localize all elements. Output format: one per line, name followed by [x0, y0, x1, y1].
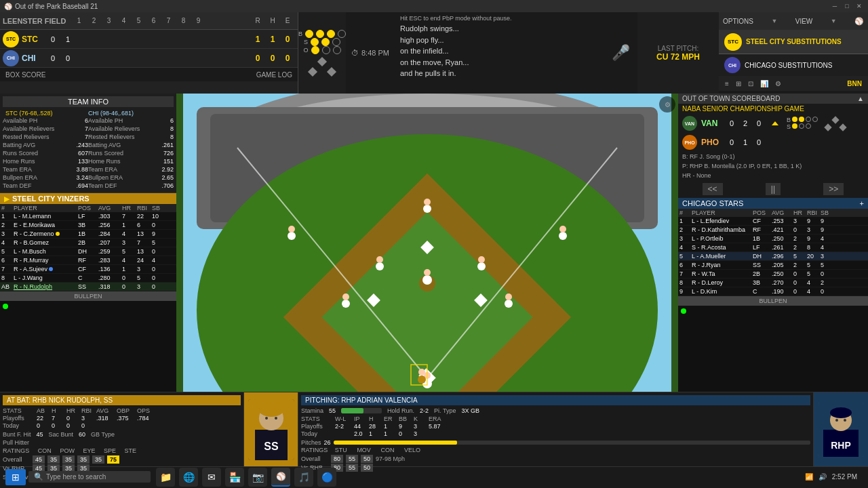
- team-info-records: STC (76-68,.528) CHI (98-46,.681): [3, 110, 174, 117]
- strike2: [321, 38, 330, 46]
- stc-row-7[interactable]: 7R - A.SujeevCF.136130: [0, 265, 176, 274]
- minimize-btn[interactable]: ─: [830, 1, 840, 11]
- taskbar-store[interactable]: 🏪: [225, 468, 244, 487]
- tool-chart[interactable]: 📊: [758, 79, 770, 88]
- steel-city-sub[interactable]: STC STEEL CITY SUBSTITUTIONS: [719, 30, 868, 54]
- chicago-sub[interactable]: CHI CHICAGO SUBSTITUTIONS: [719, 54, 868, 76]
- stc-row-5[interactable]: 5L - M.BuschDH.2595130: [0, 247, 176, 256]
- taskbar-time: 2:52 PM: [832, 473, 857, 481]
- oot-pause-btn[interactable]: ||: [766, 183, 781, 195]
- stc-row-1[interactable]: 1L - M.LemannLF.30372210: [0, 212, 176, 221]
- options-btn[interactable]: OPTIONS: [723, 18, 753, 25]
- stc-row-ab[interactable]: ABR - N.RudolphSS.318030: [0, 283, 176, 291]
- chi-row-6[interactable]: 6R - J.RyanSS.205255: [678, 261, 868, 270]
- title-bar-left: ⚾ Out of the Park Baseball 21: [4, 3, 98, 10]
- last-pitch-label: LAST PITCH:: [658, 45, 698, 52]
- batter-portrait-section: SS: [244, 392, 298, 466]
- stc-row-2[interactable]: 2E - E.Morikawa3B.256160: [0, 221, 176, 230]
- taskbar-mail[interactable]: ✉: [202, 468, 221, 487]
- bnn-btn[interactable]: BNN: [845, 79, 864, 88]
- stc-row-6[interactable]: 6R - R.MurrayRF.2834244: [0, 256, 176, 265]
- taskbar-network: 📶: [805, 473, 813, 481]
- oot-prev-btn[interactable]: <<: [703, 183, 723, 195]
- chi-row-3[interactable]: 3L - P.Ortleib1B.250294: [678, 235, 868, 243]
- stamina-bar-container: [341, 408, 382, 413]
- pitcher-portrait-svg: RHP: [818, 403, 864, 457]
- pi-type-val: 3X GB: [461, 407, 479, 414]
- stc-roster-headers: # PLAYER POS AVG HR RBI SB: [0, 204, 176, 212]
- taskbar-explorer[interactable]: 📁: [156, 468, 175, 487]
- zermeno-dot: [56, 232, 60, 236]
- strike3: [332, 38, 340, 46]
- svg-point-49: [844, 419, 846, 422]
- svg-point-34: [418, 375, 426, 384]
- chi-row-4[interactable]: 4S - R.AcostaLF.261284: [678, 243, 868, 252]
- stc-logo-text: STC: [6, 37, 16, 41]
- esc-hint: Hit ESC to end PbP mode without pause.: [400, 15, 598, 22]
- pitcher-portrait-section: RHP: [814, 392, 868, 466]
- team-info-box: TEAM INFO STC (76-68,.528) CHI (98-46,.6…: [0, 94, 176, 193]
- title-controls[interactable]: ─ □ ✕: [830, 1, 864, 11]
- taskbar: ⊞ 🔍 Type here to search 📁 🌐 ✉ 🏪 📷 ⚾ 🎵 🔵 …: [0, 466, 868, 487]
- tool-list[interactable]: ≡: [723, 79, 731, 88]
- at-bat-section: B S O: [298, 12, 346, 94]
- hold-run-label: Hold Run.: [387, 407, 414, 414]
- oot-title-text: OUT OF TOWN SCOREBOARD: [682, 95, 780, 102]
- svg-point-16: [288, 226, 295, 232]
- stc-row-3[interactable]: 3R - C.Zermeno1B.2844139: [0, 230, 176, 239]
- svg-point-19: [559, 232, 567, 240]
- stc-record: STC (76-68,.528): [5, 110, 88, 117]
- stc-row-4[interactable]: 4R - B.Gomez2B.207375: [0, 239, 176, 247]
- chi-roster-expand[interactable]: +: [860, 199, 864, 207]
- pho-scores: 0 1 0: [726, 138, 765, 146]
- bunt-f-hit-val: 45: [37, 431, 43, 438]
- tool-split[interactable]: ⊡: [746, 79, 755, 88]
- pitches-bar: [334, 441, 458, 445]
- chi-row-7[interactable]: 7R - W.Ta2B.250050: [678, 270, 868, 279]
- batter-title-text: AT BAT: RHB NICK RUDOLPH, SS: [7, 396, 113, 404]
- field-name: LEENSTER FIELD: [3, 17, 66, 25]
- pitcher-today-row: Today 2.0 1 1 0 3: [301, 430, 810, 437]
- taskbar-photos[interactable]: 📷: [248, 468, 267, 487]
- svg-point-20: [559, 226, 566, 232]
- maximize-btn[interactable]: □: [842, 1, 852, 11]
- start-button[interactable]: ⊞: [5, 469, 26, 485]
- strikes-row: S: [304, 38, 340, 46]
- toolbar-row: ≡ ⊞ ⊡ 📊 ⚙ BNN: [719, 76, 868, 91]
- field-settings-btn[interactable]: ⚙: [659, 96, 675, 113]
- view-btn[interactable]: VIEW: [795, 18, 813, 25]
- oot-expand[interactable]: ▲: [857, 95, 864, 102]
- pitcher-pitches-row: Pitches 26: [301, 439, 810, 446]
- pitcher-panel: PITCHING: RHP ADRIAN VALENCIA Stamina 55…: [298, 392, 814, 466]
- stc-sub-logo: STC: [724, 33, 742, 51]
- chi-row-2[interactable]: 2R - D.KathirithambaRF.421039: [678, 226, 868, 235]
- stc-row-8[interactable]: 8L - J.WangC.280050: [0, 274, 176, 283]
- taskbar-spotify[interactable]: 🎵: [294, 468, 313, 487]
- svg-point-18: [424, 199, 431, 205]
- pitcher-playoffs-row: Playoffs 2-2 44 28 1 9 3 5.87: [301, 423, 810, 430]
- oot-note-2: P: RHP B. Montella (2.0 IP, 0 ER, 1 BB, …: [678, 161, 868, 171]
- tool-box[interactable]: ⊞: [734, 79, 743, 88]
- search-bar[interactable]: 🔍 Type here to search: [28, 471, 151, 483]
- chi-record: CHI (98-46,.681): [88, 110, 171, 117]
- game-log-label: GAME LOG: [256, 71, 292, 79]
- game-time: ⏱8:48 PM: [346, 12, 395, 94]
- chi-row-8[interactable]: 8R - D.Leroy3B.270042: [678, 279, 868, 287]
- ball4: [338, 30, 346, 38]
- chi-row-1[interactable]: 1L - L.EfendievCF.253399: [678, 217, 868, 226]
- close-btn[interactable]: ✕: [854, 1, 864, 11]
- van-row: VAN VAN 0 2 0 B: [678, 114, 868, 133]
- taskbar-chrome[interactable]: 🔵: [317, 468, 336, 487]
- chi-row-9[interactable]: 9L - D.KimC.190040: [678, 287, 868, 296]
- mic-section[interactable]: 🎤: [604, 12, 637, 94]
- title-bar: ⚾ Out of the Park Baseball 21 ─ □ ✕: [0, 0, 868, 12]
- tool-settings[interactable]: ⚙: [773, 79, 783, 88]
- van-scores: 0 2 0: [726, 119, 765, 127]
- stc-bullpen-content: [0, 301, 176, 312]
- taskbar-edge[interactable]: 🌐: [179, 468, 198, 487]
- taskbar-sound: 🔊: [818, 473, 827, 481]
- chi-row-5[interactable]: 5L - A.MuellerDH.2965203: [678, 252, 868, 261]
- oot-next-btn[interactable]: >>: [823, 183, 844, 195]
- main-area: TEAM INFO STC (76-68,.528) CHI (98-46,.6…: [0, 94, 868, 392]
- taskbar-game[interactable]: ⚾: [271, 468, 290, 487]
